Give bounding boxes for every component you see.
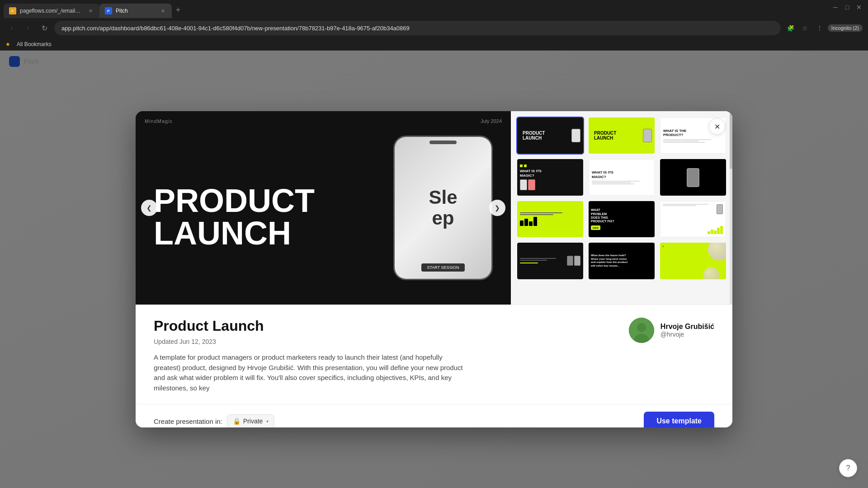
main-content: Pitch ✕ MindMagic July 2024 PRODUCT LAUN… <box>0 51 868 488</box>
phone-text-line2: ep <box>429 208 457 229</box>
phone-bottom-button: START SESSION <box>421 263 464 272</box>
author-info: Hrvoje Grubišić @hrvoje <box>660 323 714 338</box>
thumbnail-12[interactable]: ✓ <box>659 242 727 280</box>
extensions-button[interactable]: 🧩 <box>784 22 797 34</box>
address-input[interactable] <box>54 21 781 35</box>
create-in-row: Create presentation in: 🔒 Private ▾ <box>154 414 274 427</box>
thumbnail-4[interactable]: WHAT IS ITSMAGIC? <box>516 158 584 196</box>
author-section: Hrvoje Grubišić @hrvoje <box>629 318 714 343</box>
minimize-button[interactable]: ─ <box>830 2 841 13</box>
thumb-inner-4: WHAT IS ITSMAGIC? <box>517 159 583 195</box>
thumb-inner-1: PRODUCTLAUNCH <box>517 117 583 154</box>
back-button[interactable]: ‹ <box>5 22 18 34</box>
thumb-inner-2: PRODUCTLAUNCH <box>589 117 655 154</box>
author-avatar <box>629 318 654 343</box>
privacy-label: Private <box>243 418 263 425</box>
close-icon: ✕ <box>714 122 720 131</box>
address-bar-row: ‹ › ↻ 🧩 ☆ ⋮ Incognito (2) <box>0 18 868 38</box>
help-button[interactable]: ? <box>839 459 857 477</box>
bookmark-star-icon: ★ <box>5 41 10 47</box>
thumbnail-7[interactable] <box>516 200 584 238</box>
create-in-label: Create presentation in: <box>154 418 222 425</box>
thumbnail-5[interactable]: WHAT IS ITSMAGIC? <box>588 158 656 196</box>
next-slide-button[interactable]: ❯ <box>489 200 505 216</box>
help-icon: ? <box>846 464 850 472</box>
preview-title-line2: LAUNCH <box>154 217 315 249</box>
thumbnails-panel: PRODUCTLAUNCH <box>511 111 732 305</box>
thumb-inner-9 <box>660 201 726 237</box>
modal-close-button[interactable]: ✕ <box>709 118 725 135</box>
thumb-inner-11: What does the future hold?Share your lon… <box>589 243 655 279</box>
browser-actions: 🧩 ☆ ⋮ Incognito (2) <box>784 22 863 34</box>
template-title: Product Launch <box>154 318 611 334</box>
preview-brand-label: MindMagic <box>145 118 173 124</box>
all-bookmarks-item[interactable]: All Bookmarks <box>14 40 54 48</box>
thumbnail-6[interactable] <box>659 158 727 196</box>
author-avatar-svg <box>629 318 654 343</box>
tab-favicon-2: P <box>105 7 112 14</box>
template-modal: ✕ MindMagic July 2024 PRODUCT LAUNCH <box>136 111 732 427</box>
thumbnail-8[interactable]: WHATPROBLEMDOES THISPRODUCT FIX? solve <box>588 200 656 238</box>
privacy-select[interactable]: 🔒 Private ▾ <box>227 414 275 427</box>
tab-pitch[interactable]: P Pitch ✕ <box>99 4 172 18</box>
author-avatar-image <box>629 318 654 343</box>
phone-screen: Sle ep START SESSION <box>395 137 491 279</box>
modal-left-info: Product Launch Updated Jun 12, 2023 A te… <box>154 318 611 393</box>
tab-close-2[interactable]: ✕ <box>159 7 166 14</box>
modal-top-section: MindMagic July 2024 PRODUCT LAUNCH Sle <box>136 111 732 305</box>
browser-chrome: P pageflows.com/_/emails/_/7fb5... ✕ P P… <box>0 0 868 51</box>
bookmarks-bar: ★ All Bookmarks <box>0 38 868 51</box>
preview-title-line1: PRODUCT <box>154 184 315 217</box>
thumb-inner-10 <box>517 243 583 279</box>
preview-slide: MindMagic July 2024 PRODUCT LAUNCH Sle <box>136 111 511 305</box>
bookmark-button[interactable]: ☆ <box>799 22 811 34</box>
tab-label-1: pageflows.com/_/emails/_/7fb5... <box>20 8 83 14</box>
phone-app-text: Sle ep <box>429 187 457 229</box>
maximize-button[interactable]: □ <box>842 2 853 13</box>
thumb-inner-7 <box>517 201 583 237</box>
thumbnail-10[interactable] <box>516 242 584 280</box>
tab-pageflows[interactable]: P pageflows.com/_/emails/_/7fb5... ✕ <box>4 4 99 18</box>
thumbnail-11[interactable]: What does the future hold?Share your lon… <box>588 242 656 280</box>
dropdown-arrow-icon: ▾ <box>266 419 269 424</box>
thumb-inner-8: WHATPROBLEMDOES THISPRODUCT FIX? solve <box>589 201 655 237</box>
use-template-button[interactable]: Use template <box>644 412 714 427</box>
forward-button[interactable]: › <box>22 22 34 34</box>
reload-button[interactable]: ↻ <box>38 22 51 34</box>
menu-button[interactable]: ⋮ <box>813 22 826 34</box>
author-name: Hrvoje Grubišić <box>660 323 714 331</box>
prev-slide-button[interactable]: ❮ <box>141 200 157 216</box>
preview-area: MindMagic July 2024 PRODUCT LAUNCH Sle <box>136 111 511 305</box>
next-icon: ❯ <box>495 204 500 211</box>
new-tab-button[interactable]: + <box>172 4 184 16</box>
updated-date: Updated Jun 12, 2023 <box>154 338 611 345</box>
thumb-inner-5: WHAT IS ITSMAGIC? <box>589 159 655 195</box>
incognito-badge[interactable]: Incognito (2) <box>828 24 863 32</box>
tab-close-1[interactable]: ✕ <box>87 7 94 14</box>
close-window-button[interactable]: ✕ <box>854 2 864 13</box>
phone-notch <box>429 141 457 144</box>
thumbnail-1[interactable]: PRODUCTLAUNCH <box>516 117 584 155</box>
phone-text-line1: Sle <box>429 187 457 208</box>
modal-bottom-section: Product Launch Updated Jun 12, 2023 A te… <box>136 305 732 404</box>
tab-favicon-1: P <box>9 7 16 14</box>
preview-date-label: July 2024 <box>481 118 502 124</box>
prev-icon: ❮ <box>146 204 152 211</box>
preview-title: PRODUCT LAUNCH <box>154 184 315 249</box>
modal-footer: Create presentation in: 🔒 Private ▾ Use … <box>136 404 732 427</box>
tab-label-2: Pitch <box>116 8 128 14</box>
thumbnail-2[interactable]: PRODUCTLAUNCH <box>588 117 656 155</box>
thumb-inner-12: ✓ <box>660 243 726 279</box>
phone-mockup: Sle ep START SESSION <box>393 136 493 280</box>
modal-info-row: Product Launch Updated Jun 12, 2023 A te… <box>154 318 714 393</box>
lock-icon: 🔒 <box>233 418 241 425</box>
modal-overlay: ✕ MindMagic July 2024 PRODUCT LAUNCH <box>0 51 868 488</box>
author-handle: @hrvoje <box>660 331 714 338</box>
template-description: A template for product managers or produ… <box>154 352 470 393</box>
svg-point-1 <box>637 323 646 332</box>
thumbnail-9[interactable] <box>659 200 727 238</box>
thumb-inner-6 <box>660 159 726 195</box>
